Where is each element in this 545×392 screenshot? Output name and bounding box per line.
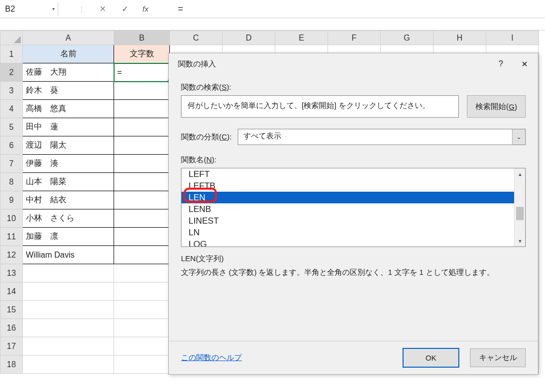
scroll-up-icon[interactable]: ▴ xyxy=(515,168,525,180)
cell-B15[interactable] xyxy=(114,301,170,319)
cell-A11[interactable]: 加藤 凛 xyxy=(23,228,114,246)
cell-A16[interactable] xyxy=(23,319,114,337)
function-item-LOG[interactable]: LOG xyxy=(181,238,514,247)
dialog-title: 関数の挿入 xyxy=(178,59,489,69)
cell-B18[interactable] xyxy=(114,355,170,374)
cell-A13[interactable] xyxy=(23,264,114,282)
dialog-titlebar[interactable]: 関数の挿入 ? ✕ xyxy=(169,53,538,75)
column-header-I[interactable]: I xyxy=(486,31,539,45)
function-item-LEFTB[interactable]: LEFTB xyxy=(181,180,514,192)
name-box[interactable]: B2 ▾ xyxy=(0,2,58,16)
row-header-14[interactable]: 14 xyxy=(1,282,23,301)
row-header-6[interactable]: 6 xyxy=(1,136,23,155)
function-description: LEN(文字列) 文字列の長さ (文字数) を返します。半角と全角の区別なく、1… xyxy=(181,254,526,277)
dialog-help-button[interactable]: ? xyxy=(489,56,513,72)
cell-A17[interactable] xyxy=(23,337,114,355)
search-input[interactable]: 何がしたいかを簡単に入力して、[検索開始] をクリックしてください。 xyxy=(181,95,459,118)
row-header-1[interactable]: 1 xyxy=(1,45,23,63)
cell-B17[interactable] xyxy=(114,337,170,355)
row-header-10[interactable]: 10 xyxy=(1,209,23,228)
category-label: 関数の分類(C): xyxy=(181,132,232,142)
fx-icon[interactable]: fx xyxy=(142,5,149,13)
column-header-G[interactable]: G xyxy=(381,31,433,45)
function-help-link[interactable]: この関数のヘルプ xyxy=(181,353,403,363)
cell-A8[interactable]: 山本 陽菜 xyxy=(23,173,114,191)
formula-input[interactable]: = xyxy=(158,4,184,14)
cell-B1[interactable]: 文字数 xyxy=(114,45,170,63)
cell-B3[interactable] xyxy=(114,82,170,100)
cell-B14[interactable] xyxy=(114,282,170,301)
row-header-16[interactable]: 16 xyxy=(1,319,23,337)
cell-A2[interactable]: 佐藤 大翔 xyxy=(23,63,114,82)
column-header-A[interactable]: A xyxy=(23,31,114,45)
row-header-2[interactable]: 2 xyxy=(1,63,23,82)
row-header-7[interactable]: 7 xyxy=(1,155,23,173)
cell-A14[interactable] xyxy=(23,282,114,301)
cell-A6[interactable]: 渡辺 陽太 xyxy=(23,136,114,155)
cell-A1[interactable]: 名前 xyxy=(23,45,114,63)
cell-B12[interactable] xyxy=(114,246,170,264)
listbox-scrollbar[interactable]: ▴ ▾ xyxy=(514,168,525,246)
cell-B7[interactable] xyxy=(114,155,170,173)
cell-B11[interactable] xyxy=(114,228,170,246)
function-item-LEN[interactable]: LEN xyxy=(181,192,514,203)
column-header-E[interactable]: E xyxy=(275,31,328,45)
category-select[interactable]: すべて表示 ⌄ xyxy=(238,129,526,145)
confirm-formula-button[interactable]: ✓ xyxy=(120,4,129,14)
function-item-LEFT[interactable]: LEFT xyxy=(181,168,514,180)
row-header-4[interactable]: 4 xyxy=(1,100,23,118)
cell-B2[interactable]: = xyxy=(114,63,170,82)
function-item-LINEST[interactable]: LINEST xyxy=(181,215,514,227)
row-header-11[interactable]: 11 xyxy=(1,228,23,246)
cell-B13[interactable] xyxy=(114,264,170,282)
cell-A10[interactable]: 小林 さくら xyxy=(23,209,114,228)
cell-B9[interactable] xyxy=(114,191,170,209)
column-header-C[interactable]: C xyxy=(170,31,223,45)
cell-A12[interactable]: William Davis xyxy=(23,246,114,264)
row-header-3[interactable]: 3 xyxy=(1,82,23,100)
formula-bar: B2 ▾ ⋮ ✕ ✓ fx = xyxy=(0,0,545,18)
function-listbox[interactable]: LEFTLEFTBLENLENBLINESTLNLOG ▴ ▾ xyxy=(181,168,526,247)
function-item-LN[interactable]: LN xyxy=(181,227,514,238)
column-header-B[interactable]: B xyxy=(114,31,170,45)
search-go-button[interactable]: 検索開始(G) xyxy=(467,95,526,118)
name-box-dropdown-icon[interactable]: ▾ xyxy=(52,6,55,12)
cell-A5[interactable]: 田中 蓮 xyxy=(23,118,114,136)
cell-A15[interactable] xyxy=(23,301,114,319)
row-header-12[interactable]: 12 xyxy=(1,246,23,264)
ok-button[interactable]: OK xyxy=(403,348,459,367)
column-header-F[interactable]: F xyxy=(328,31,381,45)
cell-B16[interactable] xyxy=(114,319,170,337)
insert-function-dialog: 関数の挿入 ? ✕ 関数の検索(S): 何がしたいかを簡単に入力して、[検索開始… xyxy=(168,53,538,375)
row-header-13[interactable]: 13 xyxy=(1,264,23,282)
cancel-button[interactable]: キャンセル xyxy=(470,348,526,367)
cell-B8[interactable] xyxy=(114,173,170,191)
select-all-corner[interactable] xyxy=(1,31,23,45)
row-header-17[interactable]: 17 xyxy=(1,337,23,355)
cell-A3[interactable]: 鈴木 葵 xyxy=(23,82,114,100)
function-signature: LEN(文字列) xyxy=(181,254,526,264)
cell-B10[interactable] xyxy=(114,209,170,228)
row-header-18[interactable]: 18 xyxy=(1,355,23,374)
cell-A4[interactable]: 高橋 悠真 xyxy=(23,100,114,118)
dots-icon: ⋮ xyxy=(79,6,85,13)
scrollbar-thumb[interactable] xyxy=(516,207,524,220)
dialog-footer: この関数のヘルプ OK キャンセル xyxy=(169,341,538,374)
row-header-9[interactable]: 9 xyxy=(1,191,23,209)
cell-B4[interactable] xyxy=(114,100,170,118)
cell-A18[interactable] xyxy=(23,355,114,374)
column-header-D[interactable]: D xyxy=(223,31,275,45)
column-header-H[interactable]: H xyxy=(433,31,486,45)
chevron-down-icon[interactable]: ⌄ xyxy=(512,129,525,145)
cell-A7[interactable]: 伊藤 湊 xyxy=(23,155,114,173)
row-header-8[interactable]: 8 xyxy=(1,173,23,191)
dialog-close-button[interactable]: ✕ xyxy=(513,56,536,72)
cancel-formula-button[interactable]: ✕ xyxy=(98,4,107,14)
function-item-LENB[interactable]: LENB xyxy=(181,203,514,215)
cell-B5[interactable] xyxy=(114,118,170,136)
row-header-15[interactable]: 15 xyxy=(1,301,23,319)
scroll-down-icon[interactable]: ▾ xyxy=(515,235,525,246)
cell-A9[interactable]: 中村 結衣 xyxy=(23,191,114,209)
row-header-5[interactable]: 5 xyxy=(1,118,23,136)
cell-B6[interactable] xyxy=(114,136,170,155)
